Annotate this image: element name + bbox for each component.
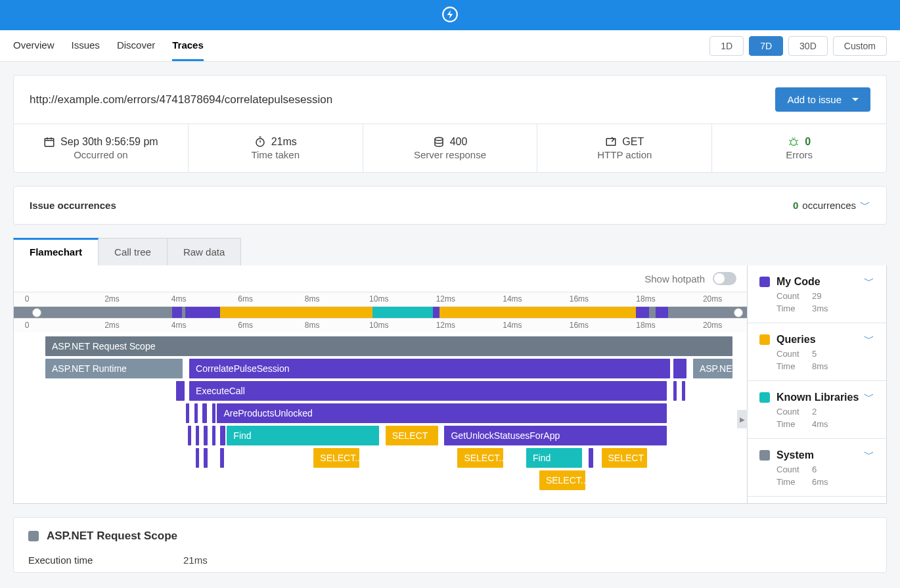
- svg-rect-1: [45, 139, 54, 147]
- legend-my-code[interactable]: My Code ﹀ Count29 Time3ms: [748, 265, 886, 323]
- axis-tick: 6ms: [238, 321, 253, 330]
- chevron-down-icon: ﹀: [864, 390, 874, 404]
- legend-time-label: Time: [776, 419, 803, 429]
- tab-raw-data[interactable]: Raw data: [168, 238, 241, 265]
- legend-time-label: Time: [776, 304, 803, 313]
- minimap[interactable]: [14, 306, 747, 318]
- flame-span[interactable]: [188, 426, 191, 445]
- tab-flamechart[interactable]: Flamechart: [13, 238, 99, 265]
- legend-name: Queries: [776, 334, 816, 346]
- flame-span[interactable]: [212, 403, 215, 423]
- legend-count-label: Count: [776, 407, 803, 417]
- legend-swatch: [759, 392, 770, 403]
- flame-span[interactable]: [589, 448, 593, 468]
- top-brand-bar: [0, 0, 900, 30]
- flame-span[interactable]: ASP.NET R: [693, 359, 732, 378]
- detail-exec-key: Execution time: [28, 554, 183, 566]
- flame-span[interactable]: [204, 426, 207, 445]
- flame-span[interactable]: SELECT: [602, 448, 648, 468]
- flame-span[interactable]: [220, 448, 223, 468]
- svg-point-5: [791, 139, 797, 145]
- issue-occurrences-title: Issue occurrences: [30, 200, 116, 211]
- legend-count-value: 29: [812, 291, 821, 301]
- legend-time-value: 3ms: [812, 304, 828, 313]
- flame-span[interactable]: Find: [526, 448, 582, 468]
- nav-overview[interactable]: Overview: [13, 30, 55, 61]
- nav-traces[interactable]: Traces: [172, 30, 204, 61]
- flame-span[interactable]: Find: [227, 426, 379, 445]
- legend-name: My Code: [776, 276, 821, 288]
- http-action-icon: [605, 136, 617, 148]
- axis-tick: 12ms: [436, 321, 455, 330]
- flame-span[interactable]: [176, 381, 184, 401]
- flame-span[interactable]: [220, 426, 225, 445]
- flame-span[interactable]: [682, 381, 685, 401]
- minimap-handle-right[interactable]: [734, 308, 743, 317]
- legend-count-value: 6: [812, 464, 817, 474]
- legend-count-value: 2: [812, 407, 817, 417]
- show-hotpath-label: Show hotpath: [644, 273, 705, 284]
- minimap-segment: [372, 307, 433, 318]
- legend-system[interactable]: System ﹀ Count6 Time6ms: [748, 439, 886, 497]
- chevron-down-icon: ﹀: [864, 448, 874, 462]
- bolt-logo-icon: [441, 6, 459, 25]
- flame-span[interactable]: SELECT...: [539, 470, 585, 490]
- flamechart-body[interactable]: ASP.NET Request ScopeASP.NET RuntimeCorr…: [14, 332, 747, 503]
- range-custom[interactable]: Custom: [833, 36, 887, 56]
- nav-issues[interactable]: Issues: [72, 30, 100, 61]
- legend-name: System: [776, 449, 814, 461]
- legend-swatch: [759, 334, 770, 345]
- axis-tick: 16ms: [570, 321, 589, 330]
- range-7d[interactable]: 7D: [749, 36, 783, 56]
- nav-discover[interactable]: Discover: [117, 30, 155, 61]
- flame-span[interactable]: SELECT..: [457, 448, 503, 468]
- flame-span[interactable]: [204, 448, 207, 468]
- axis-tick: 0: [25, 321, 30, 330]
- legend-name: Known Libraries: [776, 392, 859, 403]
- axis-tick: 16ms: [570, 294, 589, 304]
- stat-server-response: 400 Server response: [363, 124, 538, 172]
- detail-exec-value: 21ms: [183, 554, 208, 566]
- legend-swatch: [759, 277, 770, 287]
- flame-span[interactable]: [196, 426, 199, 445]
- range-1d[interactable]: 1D: [709, 36, 744, 56]
- flame-span[interactable]: [196, 448, 199, 468]
- flame-span[interactable]: [212, 426, 215, 445]
- flame-span[interactable]: ExecuteCall: [189, 381, 667, 401]
- tab-call-tree[interactable]: Call tree: [99, 238, 168, 265]
- flame-span[interactable]: GetUnlockStatusesForApp: [444, 426, 667, 445]
- issue-occurrences-toggle[interactable]: 0 occurrences ﹀: [793, 198, 870, 212]
- axis-tick: 8ms: [305, 294, 320, 304]
- axis-tick: 0: [25, 294, 30, 304]
- flame-span[interactable]: [194, 403, 198, 423]
- minimap-segment: [185, 307, 220, 318]
- legend-time-value: 6ms: [812, 477, 828, 487]
- scroll-right-button[interactable]: ▶: [737, 410, 748, 428]
- view-tabs: FlamechartCall treeRaw data: [13, 238, 887, 265]
- show-hotpath-toggle[interactable]: [713, 272, 736, 285]
- legend-known-libraries[interactable]: Known Libraries ﹀ Count2 Time4ms: [748, 381, 886, 439]
- flame-span[interactable]: AreProductsUnlocked: [217, 403, 667, 423]
- flame-span[interactable]: [673, 359, 686, 378]
- axis-tick: 14ms: [503, 321, 522, 330]
- flame-span[interactable]: SELECT..: [313, 448, 359, 468]
- legend-time-value: 4ms: [812, 419, 828, 429]
- axis-tick: 20ms: [703, 294, 722, 304]
- axis-tick: 14ms: [503, 294, 522, 304]
- flame-span[interactable]: ASP.NET Runtime: [45, 359, 183, 378]
- flame-span[interactable]: CorrelatePulseSession: [189, 359, 670, 378]
- legend-queries[interactable]: Queries ﹀ Count5 Time8ms: [748, 323, 886, 381]
- flame-span[interactable]: [186, 403, 189, 423]
- flame-span[interactable]: [673, 381, 677, 401]
- range-30d[interactable]: 30D: [788, 36, 828, 56]
- main-nav: OverviewIssuesDiscoverTraces 1D7D30DCust…: [0, 30, 900, 62]
- trace-url: http://example.com/errors/4741878694/cor…: [30, 93, 332, 106]
- axis-tick: 18ms: [636, 321, 655, 330]
- add-to-issue-button[interactable]: Add to issue: [775, 87, 870, 112]
- legend-time-label: Time: [776, 361, 803, 371]
- flame-span[interactable]: ASP.NET Request Scope: [45, 336, 732, 356]
- flame-span[interactable]: SELECT: [386, 426, 438, 445]
- flame-span[interactable]: [202, 403, 207, 423]
- minimap-handle-left[interactable]: [32, 308, 41, 317]
- chevron-down-icon: ﹀: [860, 198, 870, 212]
